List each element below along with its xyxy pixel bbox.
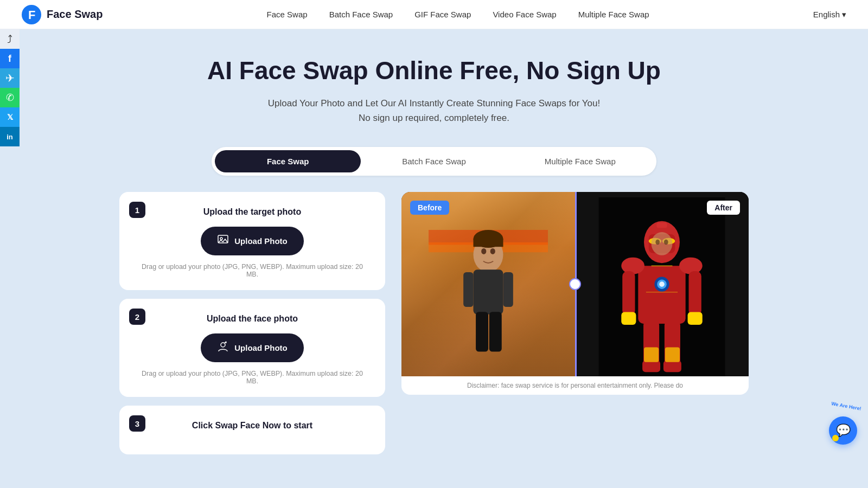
nav-face-swap[interactable]: Face Swap [267, 10, 308, 19]
main-nav: Face Swap Batch Face Swap GIF Face Swap … [267, 10, 649, 19]
preview-disclaimer: Disclaimer: face swap service is for per… [401, 376, 749, 395]
step-1-hint: Drag or upload your photo (JPG, PNG, WEB… [136, 263, 369, 278]
svg-point-14 [481, 248, 486, 254]
tab-batch-face-swap[interactable]: Batch Face Swap [361, 150, 507, 172]
step-2-title: Upload the face photo [136, 314, 369, 324]
before-image-half [401, 192, 575, 376]
social-whatsapp-button[interactable]: ✆ [0, 88, 20, 107]
upload-icon [217, 234, 229, 248]
svg-rect-10 [463, 272, 473, 307]
chevron-down-icon: ▾ [842, 10, 846, 20]
main-content: AI Face Swap Online Free, No Sign Up Upl… [108, 29, 760, 454]
step-1-card: 1 Upload the target photo Upload Photo D… [119, 192, 385, 290]
nav-video-face-swap[interactable]: Video Face Swap [493, 10, 556, 19]
step-3-title: Click Swap Face Now to start [136, 421, 369, 431]
step-1-number: 1 [129, 202, 145, 218]
step-3-number: 3 [129, 415, 145, 432]
ironman-svg [597, 197, 727, 376]
tab-face-swap[interactable]: Face Swap [215, 150, 361, 172]
upload-face-label: Upload Photo [234, 343, 288, 352]
steps-column: 1 Upload the target photo Upload Photo D… [119, 192, 385, 454]
svg-rect-17 [474, 239, 503, 247]
preview-column: Before After [401, 192, 749, 395]
social-sidebar: ⤴ f ✈ ✆ 𝕏 in [0, 29, 20, 146]
tab-bar: Face Swap Batch Face Swap Multiple Face … [212, 147, 656, 176]
svg-rect-11 [503, 272, 513, 307]
social-telegram-button[interactable]: ✈ [0, 68, 20, 88]
preview-image: Before After [401, 192, 749, 376]
before-label: Before [410, 201, 449, 215]
upload-face-icon [217, 341, 229, 355]
step-2-card: 2 Upload the face photo Upload Photo Dra… [119, 299, 385, 397]
social-share-button[interactable]: ⤴ [0, 29, 20, 49]
social-facebook-button[interactable]: f [0, 49, 20, 68]
chat-we-label: We Are Here! [831, 401, 862, 412]
svg-rect-32 [663, 361, 681, 372]
svg-rect-9 [474, 270, 503, 314]
svg-rect-19 [638, 266, 685, 324]
nav-batch-face-swap[interactable]: Batch Face Swap [329, 10, 393, 19]
logo-icon: F [22, 5, 41, 24]
hero-subtitle-line2: No sign up required, completely free. [359, 113, 509, 123]
step-2-hint: Drag or upload your photo (JPG, PNG, WEB… [136, 370, 369, 385]
preview-card: Before After [401, 192, 749, 395]
hero-subtitle-line1: Upload Your Photo and Let Our AI Instant… [268, 98, 600, 108]
svg-rect-28 [688, 312, 703, 325]
svg-point-24 [679, 258, 703, 274]
svg-text:F: F [28, 8, 35, 22]
svg-point-40 [655, 240, 660, 245]
after-image-half [575, 192, 749, 376]
upload-target-label: Upload Photo [234, 236, 288, 246]
hero-title: AI Face Swap Online Free, No Sign Up [119, 56, 749, 85]
chat-online-dot [832, 435, 839, 441]
svg-rect-13 [489, 312, 502, 352]
language-selector[interactable]: English ▾ [813, 10, 846, 20]
svg-point-41 [664, 240, 668, 245]
divider-handle[interactable] [569, 278, 581, 290]
svg-rect-26 [689, 271, 701, 316]
logo-text: Face Swap [47, 8, 103, 21]
tab-multiple-face-swap[interactable]: Multiple Face Swap [507, 150, 653, 172]
svg-rect-27 [621, 312, 636, 325]
svg-rect-34 [665, 348, 680, 362]
svg-rect-25 [622, 271, 635, 316]
svg-rect-12 [476, 312, 488, 352]
svg-rect-31 [642, 361, 660, 372]
nav-gif-face-swap[interactable]: GIF Face Swap [414, 10, 471, 19]
step-3-card: 3 Click Swap Face Now to start [119, 406, 385, 454]
social-linkedin-button[interactable]: in [0, 127, 20, 146]
upload-target-photo-button[interactable]: Upload Photo [201, 227, 304, 255]
svg-point-39 [652, 232, 673, 255]
person-svg [429, 203, 548, 376]
svg-point-23 [621, 258, 644, 274]
svg-rect-33 [644, 348, 659, 362]
chat-widget[interactable]: We Are Here! 💬 [829, 416, 857, 445]
hero-subtitle: Upload Your Photo and Let Our AI Instant… [119, 96, 749, 125]
after-label: After [707, 201, 740, 215]
svg-point-3 [220, 237, 222, 240]
content-row: 1 Upload the target photo Upload Photo D… [119, 192, 749, 454]
svg-point-15 [490, 248, 495, 254]
svg-point-4 [221, 343, 225, 347]
step-2-number: 2 [129, 309, 145, 325]
step-1-title: Upload the target photo [136, 207, 369, 217]
upload-face-photo-button[interactable]: Upload Photo [201, 333, 304, 362]
nav-multiple-face-swap[interactable]: Multiple Face Swap [578, 10, 649, 19]
preview-sim [401, 192, 749, 376]
svg-point-22 [659, 282, 665, 287]
header: F Face Swap Face Swap Batch Face Swap GI… [0, 0, 868, 29]
social-twitter-button[interactable]: 𝕏 [0, 107, 20, 127]
svg-rect-42 [656, 223, 667, 228]
logo[interactable]: F Face Swap [22, 5, 103, 24]
language-label: English [813, 10, 840, 19]
